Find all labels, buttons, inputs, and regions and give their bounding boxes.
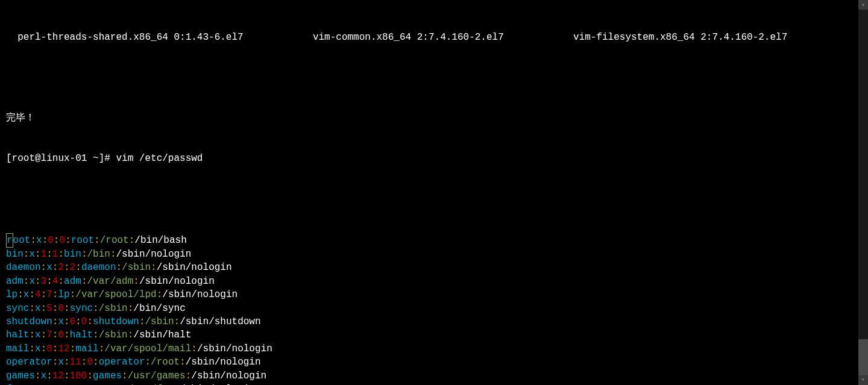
colon-separator: : <box>87 316 93 327</box>
passwd-user: operator <box>6 357 52 368</box>
colon-separator: : <box>52 330 58 340</box>
scroll-up-button[interactable]: ▴ <box>858 0 868 10</box>
passwd-uid: 0 <box>48 235 54 246</box>
scroll-down-button[interactable]: ▾ <box>858 375 868 385</box>
colon-separator: : <box>191 343 197 354</box>
passwd-shell: /sbin/shutdown <box>180 316 260 327</box>
passwd-home: /var/spool/mail <box>104 343 191 354</box>
passwd-uid: 3 <box>41 276 47 287</box>
colon-separator: : <box>52 343 58 354</box>
colon-separator: : <box>46 371 52 381</box>
passwd-user: lp <box>6 289 17 300</box>
passwd-entry: daemon:x:2:2:daemon:/sbin:/sbin/nologin <box>6 261 862 274</box>
colon-separator: : <box>41 262 47 273</box>
colon-separator: : <box>52 316 58 327</box>
passwd-x: x <box>24 289 30 300</box>
passwd-user: bin <box>6 249 24 260</box>
passwd-x: x <box>29 249 35 260</box>
colon-separator: : <box>81 249 87 260</box>
colon-separator: : <box>174 316 180 327</box>
passwd-entry: ftp:x:14:50:FTP User:/var/ftp:/sbin/nolo… <box>6 383 862 385</box>
passwd-home: /sbin <box>99 330 128 340</box>
passwd-shell: /sbin/nologin <box>186 357 261 368</box>
colon-separator: : <box>35 276 41 287</box>
passwd-shell: /sbin/nologin <box>157 262 232 273</box>
passwd-user: oot <box>13 235 31 246</box>
colon-separator: : <box>180 357 186 368</box>
colon-separator: : <box>52 357 58 368</box>
passwd-x: x <box>58 357 64 368</box>
passwd-x: x <box>46 262 52 273</box>
passwd-shell: /sbin/nologin <box>139 276 215 287</box>
colon-separator: : <box>75 316 81 327</box>
passwd-entry: sync:x:5:0:sync:/sbin:/bin/sync <box>6 302 862 315</box>
colon-separator: : <box>93 357 99 368</box>
package-header-line: perl-threads-shared.x86_64 0:1.43-6.el7 … <box>6 31 862 44</box>
passwd-gid: 2 <box>70 262 76 273</box>
passwd-shell: /bin/sync <box>133 303 185 314</box>
package-item: perl-threads-shared.x86_64 0:1.43-6.el7 <box>6 31 301 44</box>
colon-separator: : <box>145 357 151 368</box>
passwd-user: shutdown <box>6 316 52 327</box>
colon-separator: : <box>81 357 87 368</box>
colon-separator: : <box>29 330 35 340</box>
passwd-desc: bin <box>64 249 81 260</box>
passwd-entry: mail:x:8:12:mail:/var/spool/mail:/sbin/n… <box>6 342 862 355</box>
passwd-user: daemon <box>6 262 41 273</box>
passwd-entry: root:x:0:0:root:/root:/bin/bash <box>6 233 862 248</box>
passwd-desc: root <box>71 235 94 246</box>
colon-separator: : <box>128 330 134 340</box>
passwd-desc: lp <box>58 289 69 300</box>
vertical-scrollbar[interactable]: ▴ ▾ <box>858 0 868 385</box>
colon-separator: : <box>64 330 70 340</box>
passwd-user: games <box>6 371 35 381</box>
passwd-desc: games <box>93 371 122 381</box>
passwd-shell: /sbin/nologin <box>191 371 266 381</box>
colon-separator: : <box>58 249 64 260</box>
passwd-shell: /sbin/halt <box>133 330 191 340</box>
scroll-track[interactable] <box>858 10 868 375</box>
colon-separator: : <box>41 330 47 340</box>
passwd-home: /sbin <box>145 316 174 327</box>
passwd-gid: 0 <box>59 235 65 246</box>
colon-separator: : <box>139 316 145 327</box>
package-item: vim-filesystem.x86_64 2:7.4.160-2.el7 <box>562 31 787 44</box>
blank-line <box>6 192 862 205</box>
passwd-x: x <box>29 276 35 287</box>
passwd-user: mail <box>6 343 29 354</box>
colon-separator: : <box>87 371 93 381</box>
passwd-home: /sbin <box>122 262 151 273</box>
scroll-thumb[interactable] <box>858 339 868 375</box>
passwd-entry: shutdown:x:6:0:shutdown:/sbin:/sbin/shut… <box>6 315 862 328</box>
colon-separator: : <box>99 343 105 354</box>
passwd-home: /bin <box>87 249 110 260</box>
passwd-user: adm <box>6 276 24 287</box>
terminal-viewport[interactable]: perl-threads-shared.x86_64 0:1.43-6.el7 … <box>0 0 868 385</box>
passwd-desc: sync <box>70 303 93 314</box>
colon-separator: : <box>42 235 48 246</box>
passwd-uid: 7 <box>46 330 52 340</box>
passwd-entry: lp:x:4:7:lp:/var/spool/lpd:/sbin/nologin <box>6 288 862 301</box>
blank-line <box>6 71 862 84</box>
passwd-desc: operator <box>99 357 145 368</box>
passwd-gid: 0 <box>87 357 93 368</box>
colon-separator: : <box>186 371 192 381</box>
passwd-x: x <box>35 303 41 314</box>
colon-separator: : <box>41 343 47 354</box>
passwd-entry: bin:x:1:1:bin:/bin:/sbin/nologin <box>6 248 862 261</box>
passwd-entry: games:x:12:100:games:/usr/games:/sbin/no… <box>6 369 862 383</box>
colon-separator: : <box>151 262 157 273</box>
colon-separator: : <box>35 249 41 260</box>
passwd-gid: 100 <box>70 371 87 381</box>
passwd-shell: /sbin/nologin <box>162 289 237 300</box>
colon-separator: : <box>24 249 30 260</box>
colon-separator: : <box>128 303 134 314</box>
passwd-entry: adm:x:3:4:adm:/var/adm:/sbin/nologin <box>6 275 862 288</box>
package-item: vim-common.x86_64 2:7.4.160-2.el7 <box>301 31 562 44</box>
colon-separator: : <box>46 276 52 287</box>
passwd-home: /var/spool/lpd <box>75 289 156 300</box>
colon-separator: : <box>29 289 35 300</box>
passwd-desc: halt <box>70 330 93 340</box>
colon-separator: : <box>52 262 58 273</box>
colon-separator: : <box>24 276 30 287</box>
